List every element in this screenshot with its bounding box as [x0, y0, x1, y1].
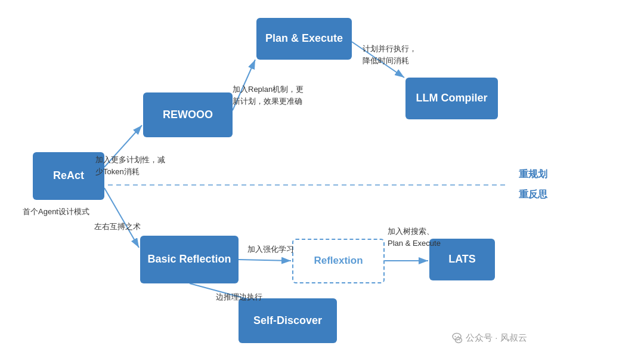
node-basic-reflection: Basic Reflection [140, 236, 239, 283]
label-plan-llm: 计划并行执行，降低时间消耗 [363, 43, 417, 66]
wechat-icon [450, 331, 463, 344]
label-react-rewooo: 加入更多计划性，减少Token消耗 [95, 154, 165, 177]
section-replan: 重规划 [519, 168, 547, 181]
node-rewooo: REWOOO [143, 92, 233, 137]
node-react: ReAct [33, 152, 104, 200]
svg-point-14 [457, 340, 458, 341]
label-react-desc: 首个Agent设计模式 [23, 206, 89, 218]
svg-point-10 [453, 334, 461, 340]
node-reflextion: Reflextion [292, 239, 385, 283]
svg-line-6 [239, 260, 291, 261]
label-basic-reflex: 加入强化学习 [247, 243, 294, 255]
watermark: 公众号 · 风叔云 [450, 331, 527, 344]
node-plan-execute: Plan & Execute [256, 18, 352, 60]
diagram-container: ReAct REWOOO Plan & Execute LLM Compiler… [0, 0, 644, 361]
svg-point-15 [459, 340, 460, 341]
label-rewooo-plan: 加入Replan机制，更新计划，效果更准确 [233, 84, 304, 107]
node-self-discover: Self-Discover [239, 298, 337, 343]
label-basic-self: 边推理边执行 [216, 291, 262, 303]
label-reflex-lats: 加入树搜索、Plan & Execute [388, 226, 441, 249]
svg-line-5 [104, 188, 139, 248]
node-llm-compiler: LLM Compiler [405, 78, 498, 119]
label-react-basic: 左右互搏之术 [94, 221, 141, 233]
svg-point-12 [458, 336, 459, 337]
svg-point-11 [455, 336, 456, 337]
section-rethink: 重反思 [519, 189, 547, 201]
